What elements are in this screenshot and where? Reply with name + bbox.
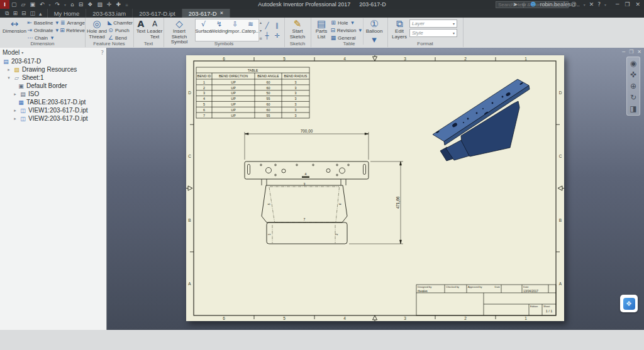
hole-dropdown-icon[interactable]: ▾: [349, 19, 355, 26]
tree-item-view2[interactable]: ▸ ◫ VIEW2:203-617-D.ipt: [0, 114, 106, 123]
plus-icon[interactable]: ✚: [116, 1, 121, 8]
centered-pattern-icon[interactable]: ✛: [272, 30, 282, 40]
retrieve-button[interactable]: ⊞Retrieve: [60, 26, 85, 34]
symbol-caterpillar-button[interactable]: ≋Caterp...: [243, 19, 258, 41]
tree-item-table[interactable]: ▦ TABLE:203-617-D.ipt: [0, 98, 106, 106]
doc-minimize-button[interactable]: ─: [622, 49, 625, 55]
home-icon[interactable]: ⌂: [70, 1, 74, 8]
redo-dropdown-icon[interactable]: ▾: [64, 3, 66, 7]
look-at-icon[interactable]: ◨: [630, 104, 636, 113]
tab-my-home[interactable]: My Home: [48, 9, 87, 18]
tree-item-drawing-resources[interactable]: ▸ ▧ Drawing Resources: [0, 65, 106, 74]
expand-tabs-icon[interactable]: ▲: [39, 11, 42, 16]
tree-item-root[interactable]: ▤ 203-617-D: [0, 57, 106, 65]
user-dropdown-icon[interactable]: ▾: [584, 3, 586, 7]
measure-icon[interactable]: ✛: [107, 1, 112, 8]
iso-3d-view[interactable]: [433, 79, 530, 161]
expand-arrow-icon[interactable]: ▸: [6, 67, 11, 72]
print-icon[interactable]: ⊟: [79, 1, 84, 8]
open-icon[interactable]: ▱: [21, 1, 26, 8]
punch-button[interactable]: ⊙Punch: [108, 26, 133, 34]
cascade-windows-icon[interactable]: ⧉: [5, 10, 9, 17]
undo-icon[interactable]: ↶: [40, 1, 45, 8]
minimize-button[interactable]: ─: [616, 1, 619, 8]
tile-vertical-icon[interactable]: ◫: [30, 10, 36, 16]
a360-drive-badge[interactable]: ❖: [620, 295, 638, 312]
inventor-logo-icon[interactable]: I: [0, 0, 9, 9]
dimension-button[interactable]: ↔ Dimension: [2, 18, 27, 35]
centerline-bisector-icon[interactable]: ∥: [272, 20, 282, 30]
edit-layers-button[interactable]: ⧉ Edit Layers: [389, 18, 409, 40]
tree-item-view1[interactable]: ▸ ◫ VIEW1:203-617-D.ipt: [0, 106, 106, 114]
title-block[interactable]: Designed by rbeales Checked by Approved …: [416, 285, 556, 315]
gallery-up-icon[interactable]: ▴: [260, 20, 262, 25]
parts-list-button[interactable]: ▤ Parts List: [313, 18, 330, 40]
flat-pattern-view[interactable]: 4 3 5 6 7 1 2: [245, 129, 403, 244]
gallery-down-icon[interactable]: ▾: [260, 28, 262, 33]
collapse-arrow-icon[interactable]: ▾: [6, 75, 11, 80]
restore-button[interactable]: ❐: [625, 1, 630, 8]
new-document-icon[interactable]: ▢: [11, 1, 17, 8]
material-icon[interactable]: ❖: [87, 1, 92, 8]
browser-help-icon[interactable]: ?: [101, 50, 104, 56]
undo-dropdown-icon[interactable]: ▾: [49, 3, 51, 7]
revision-table-button[interactable]: ⊟Revision▾: [330, 26, 363, 34]
symbol-surface-button[interactable]: √Surface: [196, 19, 211, 41]
center-mark-icon[interactable]: ┼: [262, 30, 272, 40]
ordinate-dropdown-icon[interactable]: ▾: [54, 27, 60, 33]
tree-item-default-border[interactable]: ▣ Default Border: [0, 82, 106, 90]
tree-item-iso[interactable]: ▸ ▤ ISO: [0, 90, 106, 98]
tab-203-617-d-drawing[interactable]: 203-617-D ✕: [182, 9, 231, 18]
ordinate-button[interactable]: ⇥Ordinate▾: [27, 26, 60, 34]
baseline-button[interactable]: ⇤Baseline▾: [27, 19, 60, 26]
style-select[interactable]: Style▾: [409, 29, 457, 37]
appearance-swatch-icon[interactable]: ▨: [97, 1, 103, 8]
chain-dropdown-icon[interactable]: ▾: [49, 35, 55, 41]
tile-windows-icon[interactable]: ⊞: [13, 10, 18, 16]
layer-select[interactable]: Layer▾: [409, 19, 457, 28]
tab-close-icon[interactable]: ✕: [220, 11, 224, 16]
style-dropdown-icon[interactable]: ▾: [453, 31, 455, 35]
doc-close-button[interactable]: ✕: [637, 49, 641, 55]
drawing-sheet[interactable]: 654321 654321 DCBA DCBA TABLE BEND ID: [186, 55, 564, 321]
hole-table-button[interactable]: ⊞Hole▾: [330, 19, 363, 26]
graphics-canvas[interactable]: ─ ❐ ✕ ◉ ✜ ⊕ ↻ ◨ ❖: [107, 48, 644, 330]
chamfer-button[interactable]: ◣Chamfer: [108, 19, 133, 26]
pan-icon[interactable]: ✜: [630, 70, 636, 79]
expand-arrow-icon[interactable]: ▸: [13, 116, 18, 121]
revision-dropdown-icon[interactable]: ▾: [357, 27, 363, 33]
height-dimension[interactable]: 471,66: [396, 196, 400, 209]
hole-and-thread-button[interactable]: ◎ Hole and Thread: [86, 18, 108, 40]
qat-overflow-icon[interactable]: ≡: [125, 3, 128, 7]
arrange-button[interactable]: ≣Arrange: [60, 19, 85, 26]
help-dropdown-icon[interactable]: ▾: [604, 3, 606, 7]
centerline-icon[interactable]: ╱: [262, 20, 272, 30]
redo-icon[interactable]: ↷: [55, 1, 60, 8]
navigation-wheel-icon[interactable]: ◉: [630, 59, 636, 68]
send-icon[interactable]: ➤: [513, 1, 518, 8]
save-icon[interactable]: ▣: [30, 1, 35, 8]
tab-203-633-iam[interactable]: 203-633.iam: [86, 9, 133, 18]
tree-item-sheet1[interactable]: ▾ ▱ Sheet:1: [0, 74, 106, 82]
start-sketch-button[interactable]: ✎ Start Sketch: [287, 18, 308, 40]
tab-203-617-d-ipt[interactable]: 203-617-D.ipt: [133, 9, 182, 18]
favorites-star-icon[interactable]: ☆: [521, 1, 526, 8]
text-button[interactable]: A Text: [135, 18, 147, 35]
browser-dropdown-icon[interactable]: ▾: [21, 50, 23, 55]
zoom-icon[interactable]: ⊕: [630, 82, 636, 90]
tile-horizontal-icon[interactable]: ⊟: [21, 10, 26, 16]
user-avatar-icon[interactable]: ☻: [530, 1, 536, 8]
symbol-welding-button[interactable]: ↯Welding: [211, 19, 227, 41]
close-button[interactable]: ✕: [635, 1, 640, 8]
expand-arrow-icon[interactable]: ▸: [13, 92, 18, 97]
doc-restore-button[interactable]: ❐: [629, 49, 633, 55]
symbol-import-button[interactable]: ⇩Impor...: [227, 19, 243, 41]
signed-in-user[interactable]: robin.beales@..: [540, 1, 579, 8]
exchange-apps-icon[interactable]: ✕: [589, 1, 594, 8]
bend-table[interactable]: TABLE BEND ID BEND DIRECTION BEND ANGLE …: [196, 67, 309, 118]
width-dimension[interactable]: 700,00: [301, 129, 313, 133]
orbit-icon[interactable]: ↻: [630, 93, 636, 102]
help-icon[interactable]: ?: [597, 1, 601, 8]
baseline-dropdown-icon[interactable]: ▾: [54, 19, 60, 26]
leader-text-button[interactable]: A Leader Text: [147, 18, 162, 40]
